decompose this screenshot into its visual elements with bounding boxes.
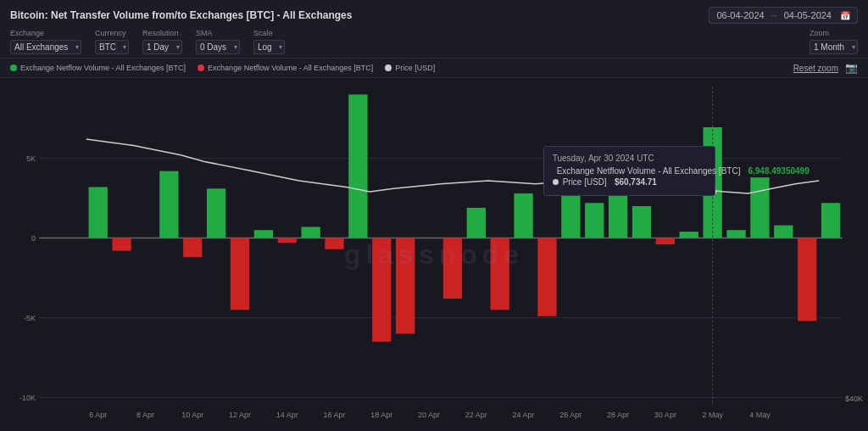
svg-rect-29 [632,206,651,238]
currency-control: Currency BTC [95,29,129,54]
svg-rect-37 [821,203,840,238]
date-separator: → [770,10,779,20]
currency-wrapper: BTC [95,38,129,54]
chart-svg: 5K0-5K-10K6 Apr8 Apr10 Apr12 Apr14 Apr16… [0,78,868,431]
resolution-control: Resolution 1 Day [142,29,182,54]
exchange-wrapper: All Exchanges [10,38,81,54]
svg-rect-27 [585,203,604,238]
zoom-controls-right: Reset zoom 📷 [793,62,858,74]
sma-wrapper: 0 Days [196,38,240,54]
sma-select[interactable]: 0 Days [196,40,240,54]
legend-red-label: Exchange Netflow Volume - All Exchanges … [208,64,373,72]
svg-rect-25 [537,238,556,316]
currency-select[interactable]: BTC [95,40,129,54]
calendar-icon: 📅 [840,11,850,20]
zoom-control: Zoom 1 Month [810,29,858,54]
svg-rect-11 [183,238,202,258]
svg-rect-34 [750,177,769,238]
reset-zoom-button[interactable]: Reset zoom [793,64,838,73]
svg-text:12 Apr: 12 Apr [229,411,251,419]
resolution-wrapper: 1 Day [142,38,182,54]
sma-control: SMA 0 Days [196,29,240,54]
scale-control: Scale Log [253,29,285,54]
exchange-select[interactable]: All Exchanges [10,40,81,54]
svg-rect-19 [372,238,391,342]
legend-row: Exchange Netflow Volume - All Exchanges … [0,59,868,78]
sma-label: SMA [196,29,240,37]
svg-rect-12 [207,188,225,238]
svg-rect-36 [798,238,816,322]
chart-title: Bitcoin: Net Transfer Volume from/to Exc… [10,9,352,21]
legend-red: Exchange Netflow Volume - All Exchanges … [198,64,373,72]
svg-rect-21 [443,238,462,299]
zoom-label: Zoom [810,29,858,37]
main-container: Bitcoin: Net Transfer Volume from/to Exc… [0,0,868,431]
svg-text:30 Apr: 30 Apr [654,411,676,419]
svg-rect-23 [491,238,509,311]
legend-green: Exchange Netflow Volume - All Exchanges … [10,64,186,72]
scale-select[interactable]: Log [253,40,285,54]
legend-price: Price [USD] [385,64,435,72]
svg-rect-22 [467,208,486,238]
svg-text:24 Apr: 24 Apr [513,411,535,419]
svg-text:4 May: 4 May [749,411,771,419]
date-to: 04-05-2024 [784,10,832,20]
zoom-select[interactable]: 1 Month [810,40,858,54]
exchange-control: Exchange All Exchanges [10,29,81,54]
svg-text:5K: 5K [26,154,36,163]
resolution-select[interactable]: 1 Day [142,40,182,54]
svg-text:-10K: -10K [19,394,36,402]
controls-row: Exchange All Exchanges Currency BTC Reso… [10,29,858,54]
svg-rect-17 [325,238,343,249]
svg-rect-15 [278,238,297,243]
svg-rect-28 [609,193,627,238]
svg-rect-26 [561,190,580,238]
camera-icon[interactable]: 📷 [845,62,858,74]
scale-label: Scale [253,29,285,37]
zoom-wrapper: 1 Month [810,38,858,54]
currency-label: Currency [95,29,129,37]
svg-rect-8 [89,187,108,238]
title-row: Bitcoin: Net Transfer Volume from/to Exc… [10,7,858,24]
svg-text:6 Apr: 6 Apr [89,411,107,419]
svg-text:14 Apr: 14 Apr [276,411,298,419]
svg-text:28 Apr: 28 Apr [607,411,629,419]
legend-red-dot [198,64,204,71]
svg-text:16 Apr: 16 Apr [324,411,346,419]
exchange-label: Exchange [10,29,81,37]
svg-text:26 Apr: 26 Apr [559,411,581,419]
date-from: 06-04-2024 [716,10,764,20]
svg-text:20 Apr: 20 Apr [418,411,440,419]
svg-rect-24 [514,193,532,238]
resolution-label: Resolution [142,29,182,37]
svg-rect-10 [159,171,178,238]
legend-green-label: Exchange Netflow Volume - All Exchanges … [20,64,186,72]
svg-rect-31 [680,232,698,238]
svg-text:$40K: $40K [845,395,863,403]
svg-rect-13 [231,238,249,311]
chart-area: glassnode 5K0-5K-10K6 Apr8 Apr10 Apr12 A… [0,78,868,431]
legend-price-label: Price [USD] [395,64,435,72]
svg-text:0: 0 [31,234,36,243]
svg-rect-18 [348,94,367,238]
svg-rect-35 [774,226,793,238]
svg-text:8 Apr: 8 Apr [136,411,154,419]
svg-text:2 May: 2 May [702,411,723,419]
svg-text:-5K: -5K [24,314,36,322]
legend-green-dot [10,64,17,71]
svg-text:18 Apr: 18 Apr [370,411,392,419]
svg-rect-9 [112,238,131,251]
svg-rect-20 [396,238,415,334]
svg-rect-14 [254,230,273,238]
legend-price-dot [385,64,392,71]
scale-wrapper: Log [253,38,285,54]
header: Bitcoin: Net Transfer Volume from/to Exc… [0,0,868,59]
svg-text:22 Apr: 22 Apr [465,411,487,419]
svg-rect-33 [726,230,745,238]
date-range[interactable]: 06-04-2024 → 04-05-2024 📅 [709,7,858,24]
svg-rect-16 [301,227,320,238]
svg-rect-30 [656,238,675,245]
svg-text:10 Apr: 10 Apr [181,411,203,419]
